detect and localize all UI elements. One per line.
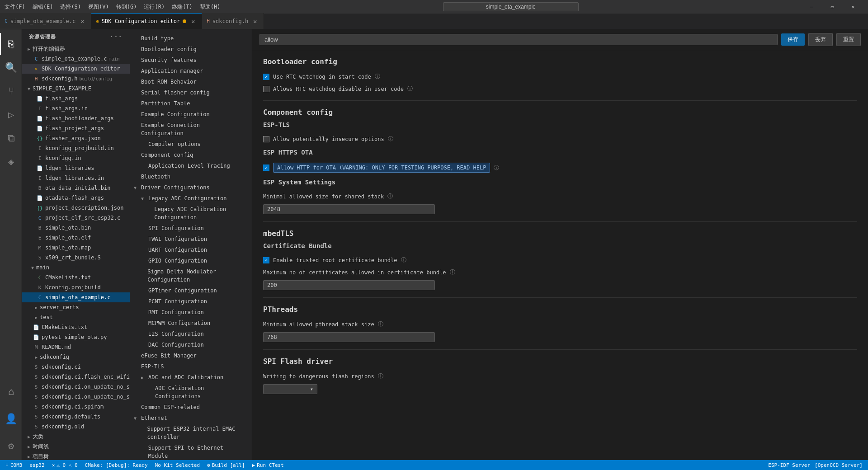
config-item-20[interactable]: Sigma Delta Modulator Configuration (130, 266, 252, 285)
status-chip[interactable]: esp32 (28, 460, 47, 470)
sdk-search-input[interactable] (259, 34, 778, 45)
info-icon-dangerous-flash[interactable]: ⓘ (378, 372, 383, 380)
sidebar-project[interactable]: ▼ SIMPLE_OTA_EXAMPLE (22, 84, 130, 94)
config-item-7[interactable]: Example Configuration (130, 109, 252, 120)
status-branch[interactable]: ⑂ COM3 (4, 460, 24, 470)
sidebar-file-otadata-flash_args[interactable]: 📄 otadata-flash_args (22, 193, 130, 203)
sidebar-file-flasher_args-json[interactable]: {} flasher_args.json (22, 133, 130, 143)
sidebar-other-sdkconfig-old[interactable]: S sdkconfig.old (22, 422, 130, 432)
status-errors[interactable]: ✕ ⚠ 0 △ 0 (50, 460, 80, 470)
checkbox-rtc-watchdog-disable[interactable] (263, 86, 269, 92)
config-item-26[interactable]: DAC Configuration (130, 339, 252, 350)
maximize-button[interactable]: ▭ (822, 0, 843, 14)
sidebar-file-simple_ota-bin[interactable]: B simple_ota.bin (22, 223, 130, 233)
menu-run[interactable]: 运行(R) (144, 3, 165, 11)
menu-terminal[interactable]: 终端(T) (172, 3, 193, 11)
config-item-31[interactable]: Common ESP-related (130, 402, 252, 413)
sidebar-folder-main[interactable]: ▼ main (22, 263, 130, 273)
sidebar-file-flash_project_args[interactable]: 📄 flash_project_args (22, 123, 130, 133)
config-item-27[interactable]: eFuse Bit Manager (130, 350, 252, 361)
config-item-16[interactable]: SPI Configuration (130, 223, 252, 234)
menu-select[interactable]: 选择(S) (60, 3, 81, 11)
sidebar-file-kconfigg-in[interactable]: I kconfigg.in (22, 153, 130, 163)
config-item-25[interactable]: I2S Configuration (130, 329, 252, 339)
info-icon-rtc-watchdog-start[interactable]: ⓘ (375, 73, 380, 80)
status-idf[interactable]: ESP-IDF Server (766, 460, 812, 470)
sidebar-file-sdkconfig-h[interactable]: H sdkconfig.h build/config (22, 74, 130, 84)
sidebar-folder-da[interactable]: ▶ 大类 (22, 432, 130, 442)
sidebar-other-pytest_simple_ota-py[interactable]: 📄 pytest_simple_ota.py (22, 332, 130, 342)
sidebar-file-flash_args[interactable]: 📄 flash_args (22, 94, 130, 103)
menu-file[interactable]: 文件(F) (5, 3, 25, 11)
sidebar-main-file-CMakeLists-txt[interactable]: C CMakeLists.txt (22, 273, 130, 282)
sidebar-file-sdk[interactable]: ✕ SDK Configuration editor (22, 64, 130, 74)
activity-run-debug[interactable]: ▷ (0, 103, 22, 125)
config-item-15[interactable]: Legacy ADC Calibration Configuration (130, 204, 252, 223)
activity-remote[interactable]: ⌂ (0, 381, 22, 402)
sidebar-file-flash_bootloader_args[interactable]: 📄 flash_bootloader_args (22, 113, 130, 123)
config-item-34[interactable]: Support SPI to Ethernet Module (130, 442, 252, 460)
sidebar-other-sdkconfig-ci-spiram[interactable]: S sdkconfig.ci.spiram (22, 402, 130, 412)
sidebar-file-ldgen_libraries-in[interactable]: I ldgen_libraries.in (22, 173, 130, 183)
config-item-17[interactable]: TWAI Configuration (130, 234, 252, 244)
info-icon-pthread-stack[interactable]: ⓘ (378, 320, 383, 328)
sidebar-other-CMakeLists-txt[interactable]: 📄 CMakeLists.txt (22, 322, 130, 332)
config-item-22[interactable]: PCNT Configuration (130, 296, 252, 307)
sidebar-file-ota_data_initial-bin[interactable]: B ota_data_initial.bin (22, 183, 130, 193)
sidebar-file-x509_crt_bundle-S[interactable]: S x509_crt_bundle.S (22, 253, 130, 263)
tab-close-sdk[interactable]: ✕ (189, 17, 197, 25)
sidebar-other-sdkconfig-ci-on_update_no_sb_rsa[interactable]: S sdkconfig.ci.on_update_no_sb_rsa (22, 392, 130, 402)
sidebar-other-test[interactable]: ▶ test (22, 312, 130, 322)
sidebar-open-editors[interactable]: ▶ 打开的编辑器 (22, 44, 130, 54)
config-item-18[interactable]: UART Configuration (130, 244, 252, 255)
save-button[interactable]: 保存 (781, 33, 805, 46)
sidebar-file-simple_ota-map[interactable]: M simple_ota.map (22, 243, 130, 253)
config-item-5[interactable]: Serial flasher config (130, 87, 252, 98)
sidebar-file-ldgen_libraries[interactable]: 📄 ldgen_libraries (22, 163, 130, 173)
sidebar-main-file-simple_ota_example-c[interactable]: C simple_ota_example.c (22, 292, 130, 302)
input-max-certs[interactable] (263, 280, 435, 290)
config-item-6[interactable]: Partition Table (130, 98, 252, 109)
input-allow-http[interactable] (273, 163, 490, 173)
sidebar-more-icon[interactable]: ··· (110, 33, 123, 40)
sidebar-other-sdkconfig-defaults[interactable]: S sdkconfig.defaults (22, 412, 130, 422)
config-item-0[interactable]: Build type (130, 33, 252, 44)
activity-explorer[interactable]: ⎘ (0, 33, 22, 55)
sidebar-file-kconfigg_projbuild-in[interactable]: I kconfigg_projbuild.in (22, 143, 130, 153)
minimize-button[interactable]: ─ (801, 0, 822, 14)
sidebar-other-sdkconfig[interactable]: ▶ sdkconfig (22, 352, 130, 362)
config-item-23[interactable]: RMT Configuration (130, 307, 252, 318)
config-item-19[interactable]: GPIO Configuration (130, 255, 252, 266)
info-icon-insecure[interactable]: ⓘ (388, 135, 393, 143)
discard-button[interactable]: 丢弃 (808, 33, 833, 46)
title-search-input[interactable] (443, 2, 579, 11)
sidebar-other-README-md[interactable]: M README.md (22, 342, 130, 352)
sidebar-other-sdkconfig-ci-flash_enc_wifi[interactable]: S sdkconfig.ci.flash_enc_wifi (22, 372, 130, 382)
tab-close-sdkconfig-h[interactable]: ✕ (251, 17, 259, 25)
config-item-29[interactable]: ▶ADC and ADC Calibration (130, 372, 252, 383)
activity-search[interactable]: 🔍 (0, 56, 22, 78)
info-icon-max-certs[interactable]: ⓘ (450, 268, 455, 276)
info-icon-trusted-cert[interactable]: ⓘ (401, 256, 406, 264)
config-item-24[interactable]: MCPWM Configuration (130, 318, 252, 329)
config-item-10[interactable]: Component config (130, 150, 252, 160)
menu-edit[interactable]: 编辑(E) (33, 3, 53, 11)
reset-button[interactable]: 重置 (836, 33, 861, 46)
config-item-4[interactable]: Boot ROM Behavior (130, 76, 252, 87)
status-cmake[interactable]: CMake: [Debug]: Ready (83, 460, 150, 470)
config-item-3[interactable]: Application manager (130, 66, 252, 76)
sidebar-folder-project-tree[interactable]: ▶ 项目树 (22, 451, 130, 460)
config-item-28[interactable]: ESP-TLS (130, 361, 252, 372)
activity-idf[interactable]: ◈ (0, 150, 22, 172)
config-item-8[interactable]: Example Connection Configuration (130, 120, 252, 139)
activity-settings[interactable]: ⚙ (0, 435, 22, 456)
sidebar-main-file-Kconfig-projbuild[interactable]: K Kconfig.projbuild (22, 282, 130, 292)
input-pthread-stack[interactable] (263, 332, 435, 342)
menu-goto[interactable]: 转到(G) (116, 3, 137, 11)
activity-extensions[interactable]: ⧉ (0, 127, 22, 149)
activity-source-control[interactable]: ⑂ (0, 80, 22, 102)
sidebar-other-server_certs[interactable]: ▶ server_certs (22, 302, 130, 312)
status-run-ctest[interactable]: ▶ Run CTest (250, 460, 286, 470)
input-shared-stack[interactable] (263, 204, 435, 214)
checkbox-allow-http[interactable] (263, 164, 269, 171)
